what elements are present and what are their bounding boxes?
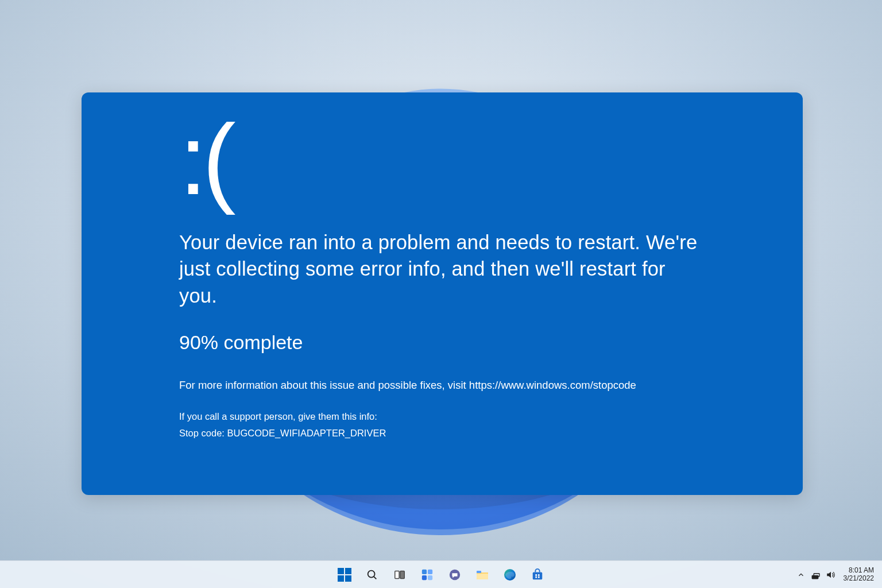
svg-rect-3 bbox=[395, 571, 399, 578]
svg-rect-14 bbox=[535, 574, 537, 576]
store-button[interactable] bbox=[526, 563, 549, 586]
bsod-support-line: If you call a support person, give them … bbox=[179, 411, 705, 422]
svg-line-2 bbox=[374, 577, 376, 579]
svg-rect-11 bbox=[477, 571, 481, 573]
svg-rect-15 bbox=[538, 574, 540, 576]
system-tray: 8:01 AM 3/21/2022 bbox=[795, 561, 877, 588]
network-icon bbox=[811, 570, 821, 580]
chat-button[interactable] bbox=[443, 563, 466, 586]
volume-icon bbox=[826, 570, 836, 580]
search-button[interactable] bbox=[361, 563, 384, 586]
svg-point-1 bbox=[368, 570, 375, 577]
tray-overflow-button[interactable] bbox=[795, 569, 807, 581]
bsod-message: Your device ran into a problem and needs… bbox=[179, 229, 705, 310]
svg-rect-18 bbox=[812, 575, 818, 578]
svg-rect-5 bbox=[422, 569, 427, 574]
svg-rect-4 bbox=[400, 571, 404, 578]
stopcode-label: Stop code: bbox=[179, 428, 227, 438]
network-button[interactable] bbox=[810, 569, 822, 581]
task-view-button[interactable] bbox=[388, 563, 411, 586]
task-view-icon bbox=[393, 568, 406, 581]
svg-rect-6 bbox=[428, 569, 432, 574]
chat-icon bbox=[448, 568, 461, 581]
taskbar: 8:01 AM 3/21/2022 bbox=[0, 560, 882, 588]
bsod-progress: 90% complete bbox=[179, 331, 705, 354]
file-explorer-button[interactable] bbox=[471, 563, 494, 586]
widgets-button[interactable] bbox=[416, 563, 439, 586]
svg-rect-10 bbox=[477, 574, 488, 579]
stopcode-value: BUGCODE_WIFIADAPTER_DRIVER bbox=[227, 428, 386, 438]
clock-date: 3/21/2022 bbox=[844, 575, 874, 583]
svg-rect-7 bbox=[422, 575, 427, 579]
bsod-stop-code: Stop code: BUGCODE_WIFIADAPTER_DRIVER bbox=[179, 428, 705, 439]
chevron-up-icon bbox=[797, 571, 805, 579]
svg-rect-16 bbox=[535, 576, 537, 578]
store-icon bbox=[531, 568, 544, 581]
widgets-icon bbox=[421, 568, 434, 581]
taskbar-center bbox=[333, 563, 549, 586]
start-button[interactable] bbox=[333, 563, 356, 586]
file-explorer-icon bbox=[475, 568, 489, 582]
bsod-more-info: For more information about this issue an… bbox=[179, 379, 705, 392]
edge-icon bbox=[503, 568, 517, 582]
search-icon bbox=[366, 568, 378, 581]
clock-time: 8:01 AM bbox=[844, 567, 874, 575]
start-icon bbox=[338, 568, 351, 582]
svg-rect-8 bbox=[428, 575, 432, 579]
volume-button[interactable] bbox=[825, 569, 837, 581]
clock-button[interactable]: 8:01 AM 3/21/2022 bbox=[840, 567, 877, 583]
svg-rect-13 bbox=[533, 572, 543, 579]
svg-rect-17 bbox=[538, 576, 540, 578]
sadface-emoticon: :( bbox=[179, 114, 705, 205]
edge-button[interactable] bbox=[498, 563, 521, 586]
bsod-panel: :( Your device ran into a problem and ne… bbox=[82, 92, 803, 495]
